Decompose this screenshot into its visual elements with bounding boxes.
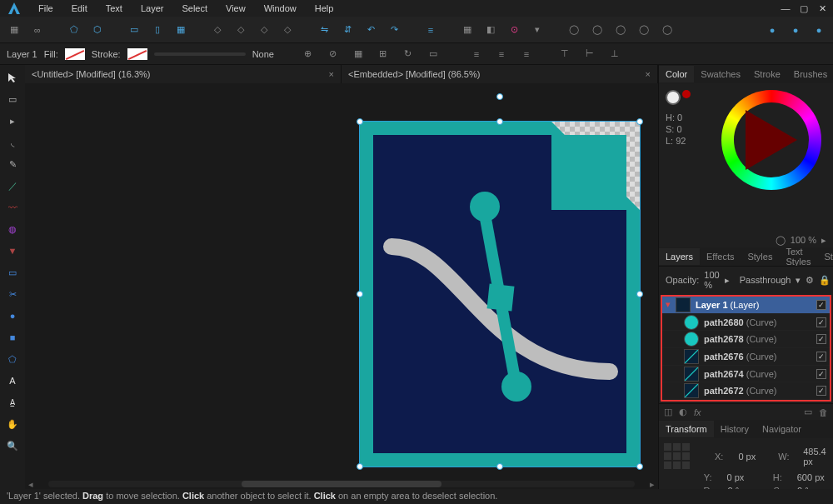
- layer-visible-checkbox[interactable]: ✓: [816, 352, 826, 362]
- pen-tool[interactable]: ✎: [5, 157, 20, 172]
- layer-row-5[interactable]: path2672 (Curve)✓: [662, 382, 830, 400]
- canvas-left[interactable]: [25, 83, 342, 504]
- snap-dd-icon[interactable]: ▾: [528, 21, 546, 39]
- ctx-al1-icon[interactable]: ≡: [467, 45, 486, 63]
- align-h-icon[interactable]: ▭: [125, 21, 143, 39]
- ctx-al3-icon[interactable]: ≡: [517, 45, 536, 63]
- tab-navigator[interactable]: Navigator: [756, 421, 808, 437]
- x-value[interactable]: 0 px: [738, 452, 763, 462]
- align-grid-icon[interactable]: ▦: [172, 21, 190, 39]
- fx-add-icon[interactable]: ▭: [804, 407, 812, 417]
- fx-fx-icon[interactable]: fx: [694, 407, 701, 417]
- flip-h-icon[interactable]: ⇋: [315, 21, 333, 39]
- stroke-swatch[interactable]: [127, 48, 147, 60]
- tab-history[interactable]: History: [714, 421, 756, 437]
- bool2-icon[interactable]: ◯: [588, 21, 606, 39]
- close-button[interactable]: ✕: [816, 3, 828, 14]
- shape-poly-tool[interactable]: ⬠: [5, 352, 20, 367]
- canvas-right[interactable]: [342, 83, 658, 504]
- handle-tl[interactable]: [357, 118, 363, 125]
- scroll-right-icon[interactable]: ▸: [646, 479, 658, 490]
- menu-view[interactable]: View: [217, 2, 254, 15]
- op3-icon[interactable]: ◇: [255, 21, 273, 39]
- close-tab-1-icon[interactable]: ×: [329, 69, 334, 79]
- ctx-va3-icon[interactable]: ⊥: [606, 45, 624, 63]
- menu-file[interactable]: File: [30, 2, 62, 15]
- crop-tool[interactable]: ✂: [5, 287, 20, 302]
- tab-transform[interactable]: Transform: [659, 421, 714, 437]
- fx-adj-icon[interactable]: ◐: [679, 407, 687, 417]
- tab-stock[interactable]: Stock: [817, 248, 833, 265]
- bool4-icon[interactable]: ◯: [635, 21, 653, 39]
- tab-effects[interactable]: Effects: [700, 248, 741, 265]
- pan-tool[interactable]: ✋: [5, 417, 20, 432]
- view2-icon[interactable]: ●: [786, 21, 805, 39]
- shape2-icon[interactable]: ⬡: [88, 21, 107, 39]
- opacity-value[interactable]: 100 %: [704, 270, 719, 290]
- node-tool[interactable]: ▸: [5, 113, 20, 128]
- zoom-tool[interactable]: 🔍: [5, 438, 20, 453]
- op2-icon[interactable]: ◇: [232, 21, 250, 39]
- ctx-i3-icon[interactable]: ▦: [349, 45, 367, 63]
- corner-tool[interactable]: ◟: [5, 135, 20, 150]
- handle-tr[interactable]: [636, 118, 643, 125]
- menu-window[interactable]: Window: [256, 2, 305, 15]
- w-value[interactable]: 485.4 px: [803, 447, 828, 467]
- rotate-r-icon[interactable]: ↷: [385, 21, 403, 39]
- shape-rect-tool[interactable]: ●: [5, 308, 20, 323]
- handle-bc[interactable]: [496, 463, 503, 470]
- pencil-tool[interactable]: ／: [5, 178, 20, 193]
- menu-select[interactable]: Select: [173, 2, 216, 15]
- color-wheel[interactable]: [721, 90, 821, 190]
- op1-icon[interactable]: ◇: [208, 21, 227, 39]
- handle-br[interactable]: [636, 463, 643, 470]
- fx-mask-icon[interactable]: ◫: [664, 407, 672, 417]
- bool5-icon[interactable]: ◯: [658, 21, 676, 39]
- snap2-icon[interactable]: ◧: [481, 21, 500, 39]
- ctx-i4-icon[interactable]: ⊞: [374, 45, 392, 63]
- align-v-icon[interactable]: ▯: [148, 21, 167, 39]
- scroll-left-icon[interactable]: ◂: [25, 479, 37, 490]
- anchor-grid[interactable]: [664, 443, 690, 469]
- text-tool[interactable]: A: [5, 373, 20, 388]
- horizontal-scrollbar[interactable]: ◂ ▸: [25, 479, 658, 489]
- grid-icon[interactable]: ▦: [5, 21, 23, 39]
- magnet-icon[interactable]: ⊙: [505, 21, 523, 39]
- op4-icon[interactable]: ◇: [278, 21, 297, 39]
- menu-layer[interactable]: Layer: [132, 2, 172, 15]
- layer-visible-checkbox[interactable]: ✓: [816, 369, 826, 379]
- bool3-icon[interactable]: ◯: [611, 21, 630, 39]
- ctx-al2-icon[interactable]: ≡: [492, 45, 511, 63]
- transparency-tool[interactable]: ▼: [5, 243, 20, 258]
- tab-color[interactable]: Color: [659, 66, 694, 82]
- menu-help[interactable]: Help: [307, 2, 342, 15]
- tab-layers[interactable]: Layers: [659, 248, 700, 265]
- artboard-tool[interactable]: ▭: [5, 92, 20, 107]
- document-tab-1[interactable]: <Untitled> [Modified] (16.3%) ×: [25, 65, 342, 83]
- ctx-i2-icon[interactable]: ⊘: [324, 45, 342, 63]
- fill-swatch[interactable]: [65, 48, 85, 60]
- minimize-button[interactable]: —: [780, 3, 791, 14]
- layer-visible-checkbox[interactable]: ✓: [816, 386, 826, 396]
- place-tool[interactable]: ▭: [5, 265, 20, 280]
- y-value[interactable]: 0 px: [726, 472, 757, 482]
- shape-ellipse-tool[interactable]: ■: [5, 330, 20, 345]
- layer-visible-checkbox[interactable]: ✓: [816, 334, 826, 344]
- layer-visible-checkbox[interactable]: ✓: [816, 300, 826, 310]
- shape-icon[interactable]: ⬠: [65, 21, 83, 39]
- handle-ml[interactable]: [357, 291, 363, 297]
- ctx-i6-icon[interactable]: ▭: [424, 45, 442, 63]
- tab-brushes[interactable]: Brushes: [787, 66, 833, 82]
- flip-v-icon[interactable]: ⇵: [338, 21, 357, 39]
- menu-edit[interactable]: Edit: [63, 2, 96, 15]
- h-value[interactable]: 600 px: [797, 472, 828, 482]
- handle-rotate[interactable]: [496, 93, 503, 100]
- maximize-button[interactable]: ▢: [798, 3, 810, 14]
- handle-mr[interactable]: [636, 291, 643, 297]
- layer-expand-icon[interactable]: ▾: [666, 299, 671, 310]
- brush-tool[interactable]: 〰: [5, 200, 20, 215]
- text-frame-tool[interactable]: A̲: [5, 395, 20, 410]
- move-tool[interactable]: [5, 70, 20, 85]
- share-icon[interactable]: ∞: [28, 21, 47, 39]
- layer-row-3[interactable]: path2676 (Curve)✓: [662, 348, 830, 366]
